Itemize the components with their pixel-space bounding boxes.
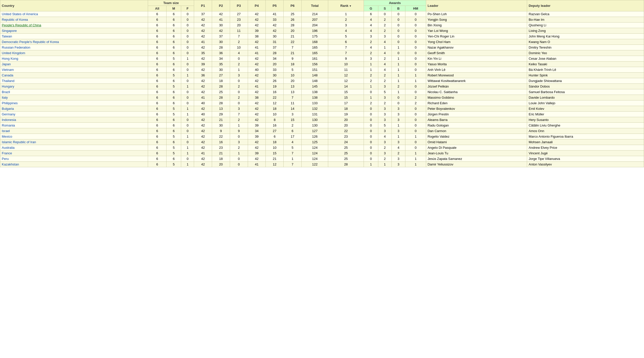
p2-score: 23 (212, 145, 230, 151)
rank-value: 7 (328, 45, 364, 50)
bronze-count: 0 (391, 39, 405, 45)
table-row: Romania6604230139162130200510Radu Gologa… (0, 123, 644, 128)
team-all: 6 (148, 134, 167, 139)
country-link[interactable]: Vietnam (2, 68, 14, 72)
country-link[interactable]: Italy (2, 96, 8, 99)
rank-value: 25 (328, 145, 364, 151)
hm-count: 0 (405, 61, 426, 67)
country-link[interactable]: Russian Federation (2, 46, 30, 49)
country-link[interactable]: Romania (2, 123, 15, 127)
leader-name: Rogelio Valdez (426, 134, 527, 139)
hm-count: 2 (405, 95, 426, 100)
leader-name: Anh Vinh Lê (426, 67, 527, 73)
country-link[interactable]: Canada (2, 73, 13, 77)
deputy-name: Anton Vassilyev (527, 162, 644, 167)
bronze-count: 1 (391, 123, 405, 128)
p1-score: 36 (194, 73, 212, 78)
bronze-count: 0 (391, 23, 405, 28)
p3-score: 1 (230, 67, 248, 73)
country-link[interactable]: Brazil (2, 90, 10, 94)
p2-score: 35 (212, 61, 230, 67)
table-row: Russian Federation6604228104137716574110… (0, 45, 644, 50)
team-m: 6 (166, 39, 181, 45)
p3-score: 23 (230, 17, 248, 23)
hm-count: 0 (405, 17, 426, 23)
country-link[interactable]: People's Republic of China (2, 23, 41, 27)
p1-score: 42 (194, 162, 212, 167)
country-link[interactable]: Hong Kong (2, 57, 18, 60)
p2-score: 28 (212, 100, 230, 106)
p4-score: 42 (248, 117, 266, 123)
gold-count: 0 (364, 89, 378, 95)
team-f: 0 (181, 128, 194, 134)
country-link[interactable]: United States of America (2, 12, 38, 16)
country-link[interactable]: Hungary (2, 85, 14, 88)
team-f: 0 (181, 23, 194, 28)
p4-score: 42 (248, 73, 266, 78)
table-row: Democratic People's Republic of Korea660… (0, 39, 644, 45)
team-all: 6 (148, 123, 167, 128)
header-p5: P5 (266, 0, 284, 11)
country-link[interactable]: Kazakhstan (2, 162, 19, 166)
country-link[interactable]: Taiwan (2, 34, 12, 38)
bronze-count: 3 (391, 162, 405, 167)
hm-count: 0 (405, 56, 426, 61)
bronze-count: 3 (391, 106, 405, 112)
country-link[interactable]: Israel (2, 129, 10, 133)
p2-score: 27 (212, 73, 230, 78)
country-link[interactable]: Democratic People's Republic of Korea (2, 40, 59, 44)
table-row: Republic of Korea66042412342332620724200… (0, 17, 644, 23)
team-f: 1 (181, 73, 194, 78)
bronze-count: 1 (391, 61, 405, 67)
country-link[interactable]: Mexico (2, 135, 12, 138)
team-all: 6 (148, 34, 167, 39)
team-f: 0 (181, 50, 194, 56)
country-link[interactable]: Indonesia (2, 118, 16, 122)
hm-count: 2 (405, 100, 426, 106)
table-row: United States of America6603742274241252… (0, 11, 644, 17)
silver-count: 3 (378, 128, 391, 134)
bronze-count: 1 (391, 78, 405, 84)
table-row: Israel660429934276127220330Dan CarmonAmo… (0, 128, 644, 134)
silver-count: 4 (378, 39, 391, 45)
hm-count: 0 (405, 123, 426, 128)
country-link[interactable]: Singapore (2, 29, 17, 33)
team-all: 6 (148, 89, 167, 95)
p2-score: 21 (212, 117, 230, 123)
team-m: 6 (166, 61, 181, 67)
team-m: 6 (166, 34, 181, 39)
country-link[interactable]: Philippines (2, 101, 18, 105)
p2-score: 13 (212, 106, 230, 112)
silver-count: 3 (378, 139, 391, 145)
p6-score: 5 (284, 67, 302, 73)
country-link[interactable]: Islamic Republic of Iran (2, 140, 36, 144)
team-m: 6 (166, 67, 181, 73)
deputy-name: Emil Kolev (527, 106, 644, 112)
country-link[interactable]: France (2, 151, 12, 155)
country-cell: Italy (0, 95, 148, 100)
p1-score: 42 (194, 106, 212, 112)
p3-score: 4 (230, 50, 248, 56)
team-all: 6 (148, 117, 167, 123)
silver-count: 3 (378, 117, 391, 123)
total-score: 138 (301, 89, 328, 95)
country-link[interactable]: Peru (2, 157, 9, 161)
deputy-name: Hery Susanto (527, 117, 644, 123)
country-link[interactable]: Australia (2, 146, 15, 150)
silver-count: 1 (378, 45, 391, 50)
p3-score: 3 (230, 106, 248, 112)
country-link[interactable]: Bulgaria (2, 107, 14, 111)
rank-value: 4 (328, 28, 364, 34)
country-link[interactable]: United Kingdom (2, 51, 25, 55)
p3-score: 20 (230, 23, 248, 28)
country-link[interactable]: Thailand (2, 79, 14, 83)
total-score: 165 (301, 50, 328, 56)
country-cell: Taiwan (0, 34, 148, 39)
country-link[interactable]: Republic of Korea (2, 18, 28, 22)
leader-name: Kin Yin Li (426, 56, 527, 61)
p1-score: 42 (194, 134, 212, 139)
p5-score: 18 (266, 106, 284, 112)
country-link[interactable]: Germany (2, 112, 15, 116)
country-link[interactable]: Japan (2, 62, 11, 66)
country-cell: Hungary (0, 84, 148, 89)
